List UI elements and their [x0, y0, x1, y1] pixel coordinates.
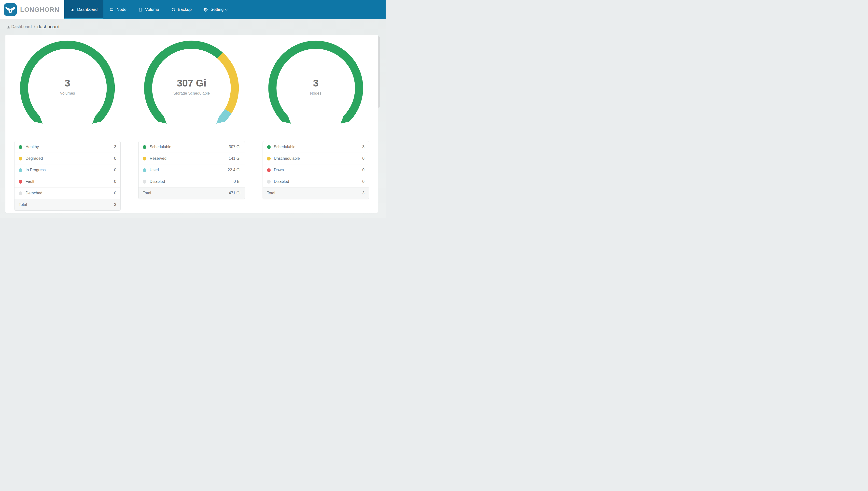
- legend-label: Healthy: [26, 145, 114, 149]
- legend-color-dot: [143, 180, 146, 183]
- legend-color-dot: [143, 168, 146, 172]
- legend-row-disabled: Disabled0 Bi: [138, 176, 244, 187]
- legend-row-schedulable: Schedulable307 Gi: [138, 141, 244, 153]
- legend-color-dot: [267, 157, 271, 161]
- brand-home-link[interactable]: LONGHORN: [0, 0, 64, 19]
- gear-icon: [204, 7, 208, 12]
- gauge-wrap: 3Nodes: [254, 35, 378, 141]
- legend-value: 141 Gi: [229, 156, 241, 161]
- legend-row-healthy: Healthy3: [14, 141, 120, 153]
- legend-total-value: 471 Gi: [229, 191, 241, 195]
- gauge-center: 3Volumes: [18, 78, 117, 95]
- legend-card-nodes: Schedulable3Unschedulable0Down0Disabled0…: [262, 141, 369, 199]
- legend-row-used: Used22.4 Gi: [138, 164, 244, 176]
- legend-value: 307 Gi: [229, 145, 241, 149]
- legend-label: Used: [150, 168, 228, 172]
- legend-value: 0: [114, 179, 116, 184]
- legend-color-dot: [19, 168, 22, 172]
- breadcrumb-section-link[interactable]: Dashboard: [11, 24, 32, 29]
- legend-row-reserved: Reserved141 Gi: [138, 153, 244, 164]
- gauge-nodes: 3Nodes: [266, 38, 366, 138]
- legend-value: 0: [114, 168, 116, 172]
- panel-storage-schedulable: 307 GiStorage SchedulableSchedulable307 …: [129, 35, 253, 213]
- legend-color-dot: [267, 145, 271, 149]
- laptop-icon: [109, 7, 114, 12]
- longhorn-bull-icon: [4, 3, 17, 16]
- dashboard-card: 3VolumesHealthy3Degraded0In Progress0Fau…: [5, 35, 378, 213]
- legend-row-in-progress: In Progress0: [14, 164, 120, 176]
- chevron-down-icon: [224, 9, 228, 11]
- gauge-center: 307 GiStorage Schedulable: [142, 78, 241, 95]
- brand-name: LONGHORN: [20, 6, 59, 13]
- legend-total-row: Total3: [14, 199, 120, 210]
- legend-color-dot: [19, 192, 22, 195]
- legend-label: Degraded: [26, 156, 114, 161]
- legend-value: 22.4 Gi: [228, 168, 241, 172]
- legend-row-down: Down0: [263, 164, 369, 176]
- gauge-volumes: 3Volumes: [18, 38, 117, 138]
- legend-value: 0: [114, 156, 116, 161]
- legend-label: Schedulable: [274, 145, 362, 149]
- legend-color-dot: [19, 180, 22, 183]
- panel-nodes: 3NodesSchedulable3Unschedulable0Down0Dis…: [254, 35, 378, 213]
- nav-item-label: Setting: [211, 7, 223, 12]
- legend-total-row: Total471 Gi: [138, 187, 244, 199]
- legend-label: Schedulable: [150, 145, 229, 149]
- gauge-label: Nodes: [266, 91, 366, 95]
- longhorn-dashboard-page: LONGHORN DashboardNodeVolumeBackupSettin…: [0, 0, 385, 218]
- gauge-value: 3: [266, 78, 366, 89]
- legend-card-volumes: Healthy3Degraded0In Progress0Fault0Detac…: [14, 141, 121, 211]
- legend-label: In Progress: [26, 168, 114, 172]
- legend-label: Disabled: [274, 179, 362, 184]
- nav-item-label: Volume: [145, 7, 159, 12]
- legend-color-dot: [143, 145, 146, 149]
- breadcrumb-separator: /: [34, 24, 35, 29]
- legend-total-value: 3: [114, 202, 116, 207]
- legend-color-dot: [267, 180, 271, 183]
- bar-chart-icon: [6, 25, 10, 29]
- page-scrollbar-thumb[interactable]: [378, 36, 380, 108]
- copy-icon: [171, 7, 175, 12]
- legend-total-value: 3: [362, 191, 365, 195]
- legend-row-detached: Detached0: [14, 187, 120, 199]
- gauge-wrap: 3Volumes: [5, 35, 129, 141]
- legend-total-label: Total: [143, 191, 229, 195]
- legend-row-schedulable: Schedulable3: [263, 141, 369, 153]
- legend-row-degraded: Degraded0: [14, 153, 120, 164]
- legend-value: 0 Bi: [234, 179, 241, 184]
- nav-item-label: Backup: [178, 7, 192, 12]
- nav-item-label: Dashboard: [77, 7, 97, 12]
- breadcrumb-current-page: dashboard: [37, 24, 59, 29]
- legend-label: Disabled: [150, 179, 234, 184]
- legend-row-fault: Fault0: [14, 176, 120, 187]
- legend-total-label: Total: [19, 202, 114, 207]
- legend-value: 0: [362, 168, 365, 172]
- legend-card-storage-schedulable: Schedulable307 GiReserved141 GiUsed22.4 …: [138, 141, 245, 199]
- nav-item-dashboard[interactable]: Dashboard: [64, 0, 103, 19]
- nav-item-backup[interactable]: Backup: [165, 0, 198, 19]
- bar-chart-icon: [70, 7, 75, 12]
- legend-row-disabled: Disabled0: [263, 176, 369, 187]
- legend-total-label: Total: [267, 191, 362, 195]
- breadcrumb: Dashboard / dashboard: [0, 19, 385, 34]
- legend-value: 0: [362, 179, 365, 184]
- nav-item-node[interactable]: Node: [103, 0, 132, 19]
- panel-volumes: 3VolumesHealthy3Degraded0In Progress0Fau…: [5, 35, 129, 213]
- gauge-value: 3: [18, 78, 117, 89]
- legend-label: Fault: [26, 179, 114, 184]
- database-icon: [138, 7, 143, 12]
- gauge-label: Storage Schedulable: [142, 91, 241, 95]
- legend-value: 0: [114, 191, 116, 195]
- gauge-value: 307 Gi: [142, 78, 241, 89]
- legend-color-dot: [267, 168, 271, 172]
- legend-color-dot: [19, 157, 22, 161]
- legend-total-row: Total3: [263, 187, 369, 199]
- legend-label: Detached: [26, 191, 114, 195]
- nav-item-setting[interactable]: Setting: [197, 0, 234, 19]
- nav-item-volume[interactable]: Volume: [132, 0, 165, 19]
- nav-item-label: Node: [117, 7, 126, 12]
- main-nav: DashboardNodeVolumeBackupSetting: [64, 0, 385, 19]
- gauge-storage-schedulable: 307 GiStorage Schedulable: [142, 38, 241, 138]
- legend-value: 3: [114, 145, 116, 149]
- legend-value: 0: [362, 156, 365, 161]
